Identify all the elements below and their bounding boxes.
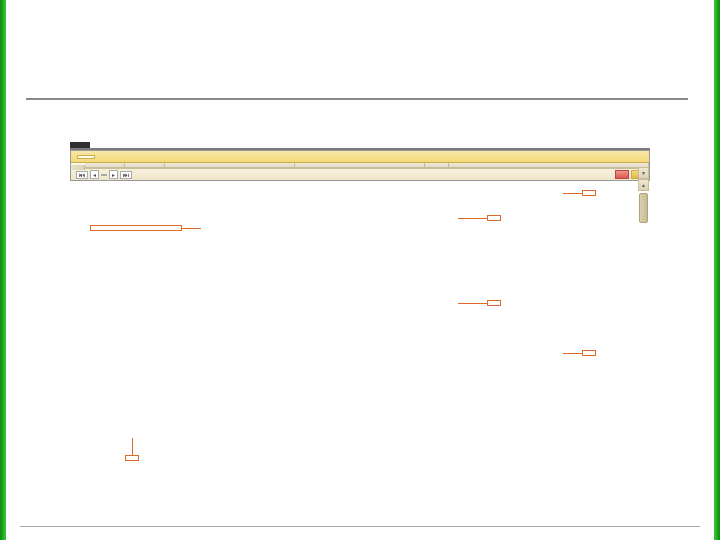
tab-bar bbox=[71, 151, 649, 163]
nav-next-icon[interactable]: ▸ bbox=[109, 170, 118, 179]
callout-record-count bbox=[90, 225, 182, 231]
decor-ribbon-left bbox=[0, 0, 6, 540]
view-datasheet-icon[interactable] bbox=[615, 170, 629, 179]
col-patientid[interactable] bbox=[125, 163, 165, 167]
tab-visit[interactable] bbox=[77, 155, 95, 159]
decor-ribbon-right bbox=[714, 0, 720, 540]
col-clickadd[interactable] bbox=[449, 163, 649, 167]
col-visitdate[interactable] bbox=[165, 163, 295, 167]
col-reason[interactable] bbox=[295, 163, 425, 167]
title-rule bbox=[26, 98, 688, 100]
scroll-down-icon[interactable]: ▾ bbox=[638, 167, 649, 179]
footer bbox=[20, 526, 700, 530]
figure-number bbox=[70, 142, 90, 148]
nav-first-icon[interactable]: ⏮ bbox=[76, 171, 88, 179]
callout-original-records bbox=[487, 215, 501, 221]
callout-nav-buttons bbox=[125, 455, 139, 461]
nav-prev-icon[interactable]: ◂ bbox=[90, 170, 99, 179]
col-visitid[interactable] bbox=[85, 163, 125, 167]
status-bar: ⏮ ◂ ▸ ⏭ bbox=[71, 168, 649, 180]
callout-scroll-bars bbox=[582, 350, 596, 356]
nav-last-icon[interactable]: ⏭ bbox=[120, 171, 132, 179]
navigation-pane[interactable] bbox=[71, 165, 85, 170]
nav-position bbox=[101, 174, 107, 176]
access-window: ▴ ▾ ⏮ ◂ ▸ ⏭ bbox=[70, 150, 650, 181]
figure-caption bbox=[90, 142, 110, 148]
scroll-up-icon[interactable]: ▴ bbox=[638, 179, 649, 191]
callout-pasted-records bbox=[487, 300, 501, 306]
figure-container: ▴ ▾ ⏮ ◂ ▸ ⏭ bbox=[70, 142, 650, 181]
callout-scroll-box bbox=[582, 190, 596, 196]
col-walkin[interactable] bbox=[425, 163, 449, 167]
scroll-thumb[interactable] bbox=[639, 193, 648, 223]
slide-title bbox=[28, 10, 688, 47]
